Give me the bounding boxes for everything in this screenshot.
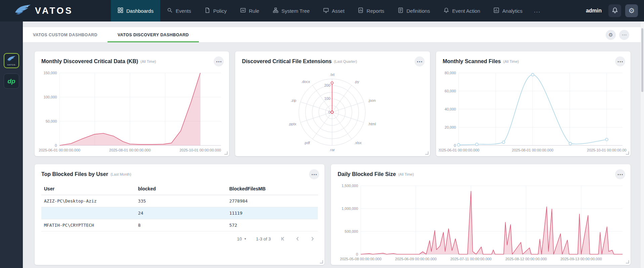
settings-button[interactable]: ⚙ <box>625 4 638 17</box>
svg-text:200: 200 <box>324 83 330 87</box>
card-daily-blocked-file-size: Daily Blocked File Size (All Time) ⋯ 050… <box>331 164 631 265</box>
prev-page-button[interactable] <box>295 236 300 241</box>
vertical-scrollbar[interactable] <box>641 21 644 268</box>
svg-text:0: 0 <box>356 252 358 256</box>
analytics-icon <box>493 7 499 14</box>
table-row[interactable]: MFATIH-PC\CRYPTTECH 8 572 <box>41 219 318 231</box>
table-row[interactable]: 24 11119 <box>41 207 318 219</box>
nav-label: Event Action <box>452 8 480 14</box>
nav-item-events[interactable]: Events <box>160 0 198 21</box>
svg-text:100,000: 100,000 <box>44 95 57 99</box>
dashboard-settings-button[interactable]: ⚙ <box>606 30 616 40</box>
nav-label: Asset <box>332 8 345 14</box>
nav-item-dashboards[interactable]: Dashboards <box>111 0 160 21</box>
card-menu-button[interactable]: ⋯ <box>615 56 625 66</box>
svg-text:.json: .json <box>368 98 376 102</box>
ellipsis-icon: ⋯ <box>417 58 422 65</box>
user-name[interactable]: admin <box>586 8 602 14</box>
svg-text:.pdf: .pdf <box>304 141 310 145</box>
policy-document-icon <box>205 7 210 14</box>
first-page-button[interactable] <box>280 236 286 241</box>
tab-vatos-custom-dashboard[interactable]: VATOS CUSTOM DASHBOARD <box>23 27 108 42</box>
area-chart-critical-data: 050,000100,000150,0002025-06-01 00:00:00… <box>37 69 226 154</box>
chevron-right-icon <box>310 236 315 241</box>
cell-user <box>41 207 135 219</box>
svg-text:2025-06-09 00:00:00.000: 2025-06-09 00:00:00.000 <box>395 257 437 261</box>
card-subtitle: (All Time) <box>503 59 519 63</box>
svg-text:2025-05-08 00:00:00.000: 2025-05-08 00:00:00.000 <box>340 257 382 261</box>
system-tree-icon <box>273 7 278 14</box>
area-chart-daily-blocked: 0500,0001,000,0001,500,0002025-05-08 00:… <box>334 182 627 263</box>
column-header-blockedfilesmb: BlockedFilesMB <box>226 183 318 195</box>
card-subtitle: (Last Month) <box>111 172 131 176</box>
chevron-left-icon <box>295 236 300 241</box>
nav-item-analytics[interactable]: Analytics <box>487 0 529 21</box>
reports-icon <box>358 7 363 14</box>
tabstrip-actions: ⚙ ⋯ <box>606 27 644 42</box>
nav-item-reports[interactable]: Reports <box>351 0 391 21</box>
svg-text:2025-07-11 00:00:00.000: 2025-07-11 00:00:00.000 <box>450 257 492 261</box>
card-menu-button[interactable]: ⋯ <box>214 56 224 66</box>
column-header-user: User <box>41 183 135 195</box>
vatos-logo-icon <box>14 4 32 18</box>
nav-item-policy[interactable]: Policy <box>198 0 233 21</box>
svg-text:150,000: 150,000 <box>44 71 57 75</box>
svg-text:0: 0 <box>55 143 57 147</box>
ellipsis-icon: ⋯ <box>311 171 317 178</box>
resize-handle-icon[interactable] <box>224 151 228 155</box>
asset-monitor-icon <box>323 7 329 14</box>
app-sidebar: VATOS dp <box>0 21 23 268</box>
caret-down-icon: ▼ <box>244 237 247 240</box>
page-size-select[interactable]: 10 ▼ <box>237 236 247 241</box>
dashboard-tabs: VATOS CUSTOM DASHBOARD VATOS DISCOVERY D… <box>23 27 644 43</box>
card-menu-button[interactable]: ⋯ <box>415 56 425 66</box>
cell-blocked: 335 <box>135 195 227 207</box>
card-menu-button[interactable]: ⋯ <box>615 169 625 179</box>
pagination-range: 1-3 of 3 <box>256 236 271 241</box>
resize-handle-icon[interactable] <box>626 151 629 155</box>
resize-handle-icon[interactable] <box>626 260 629 264</box>
card-title: Monthly Discovered Critical Data (KB) <box>41 58 138 64</box>
nav-item-event-action[interactable]: Event Action <box>437 0 487 21</box>
nav-label: Events <box>176 8 191 14</box>
nav-item-asset[interactable]: Asset <box>316 0 351 21</box>
nav-item-system-tree[interactable]: System Tree <box>266 0 316 21</box>
card-title: Top Blocked Files by User <box>41 171 108 177</box>
dashboard-more-button[interactable]: ⋯ <box>619 30 629 40</box>
svg-text:20,000: 20,000 <box>444 125 456 129</box>
svg-text:2025-08-12 00:00:00.000: 2025-08-12 00:00:00.000 <box>505 257 547 261</box>
nav-item-more[interactable]: ... <box>529 0 545 21</box>
main-content: VATOS CUSTOM DASHBOARD VATOS DISCOVERY D… <box>23 21 644 268</box>
svg-text:.html: .html <box>368 122 376 126</box>
nav-item-rule[interactable]: Rule <box>233 0 266 21</box>
table-pagination: 10 ▼ 1-3 of 3 <box>35 231 325 241</box>
svg-text:2025-10-01 00:00:00.00: 2025-10-01 00:00:00.00 <box>587 148 626 152</box>
tab-vatos-discovery-dashboard[interactable]: VATOS DISCOVERY DASHBOARD <box>108 27 199 42</box>
next-page-button[interactable] <box>310 236 315 241</box>
bell-icon <box>443 7 449 14</box>
notifications-button[interactable] <box>608 4 621 17</box>
sidebar-item-vatos[interactable]: VATOS <box>4 53 19 68</box>
ellipsis-icon: ⋯ <box>622 32 627 37</box>
svg-text:.py: .py <box>354 80 359 84</box>
svg-text:2025-06-01 00:00:00.000: 2025-06-01 00:00:00.000 <box>439 148 479 152</box>
svg-text:0: 0 <box>454 143 456 147</box>
card-menu-button[interactable]: ⋯ <box>309 169 319 179</box>
resize-handle-icon[interactable] <box>319 260 323 264</box>
brand[interactable]: VATOS <box>0 0 88 21</box>
table-row[interactable]: AZIZ-PC\Desktop-Aziz 335 2778984 <box>41 195 318 207</box>
ellipsis-icon: ⋯ <box>216 58 222 65</box>
card-subtitle: (All Time) <box>140 59 156 63</box>
sidebar-item-cryptech[interactable]: dp <box>4 74 19 89</box>
svg-text:1,000,000: 1,000,000 <box>342 207 358 211</box>
svg-text:2025-06-01 00:00:00.000: 2025-06-01 00:00:00.000 <box>39 148 81 152</box>
card-title: Monthly Scanned Files <box>443 58 501 64</box>
svg-text:.docx: .docx <box>301 80 310 84</box>
scrollbar-thumb[interactable] <box>641 28 643 92</box>
nav-label: Policy <box>213 8 227 14</box>
svg-text:40,000: 40,000 <box>444 107 456 111</box>
resize-handle-icon[interactable] <box>425 151 429 155</box>
svg-text:100: 100 <box>324 96 330 100</box>
nav-label: Definitions <box>406 8 430 14</box>
nav-item-definitions[interactable]: Definitions <box>391 0 437 21</box>
